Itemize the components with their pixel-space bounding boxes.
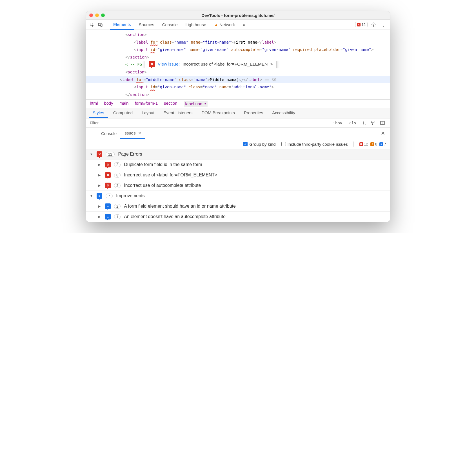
issue-title: An element doesn't have an autocomplete … xyxy=(124,214,226,219)
info-speech-icon: ≡ xyxy=(105,203,111,209)
third-party-checkbox[interactable]: Include third-party cookie issues xyxy=(281,142,348,147)
issue-count-pill: 2 xyxy=(114,183,121,188)
dom-line[interactable]: </section> xyxy=(97,91,387,98)
error-speech-icon: ✕ xyxy=(97,151,102,157)
svg-point-3 xyxy=(373,24,374,26)
subtab-properties[interactable]: Properties xyxy=(240,108,267,118)
paint-icon[interactable] xyxy=(368,120,378,126)
toggle-sidebar-icon[interactable] xyxy=(378,120,387,126)
issue-count-pill: 1 xyxy=(114,214,121,219)
crumb-selected[interactable]: label.name xyxy=(184,101,208,107)
issue-count-pill: 12 xyxy=(106,152,115,157)
third-party-label: Include third-party cookie issues xyxy=(288,142,348,147)
issue-group-header[interactable]: ▼ ✕ 12 Page Errors xyxy=(86,149,390,159)
new-style-rule-icon[interactable] xyxy=(359,120,368,126)
issue-title: Incorrect use of <label for=FORM_ELEMENT… xyxy=(124,172,217,178)
tab-lighthouse[interactable]: Lighthouse xyxy=(182,20,210,29)
dom-line[interactable]: <label for class="name" name="first-name… xyxy=(97,39,387,46)
drawer-tabs: ⋮ Console Issues ✕ ✕ xyxy=(86,128,390,139)
error-speech-icon: ✕ xyxy=(105,172,111,178)
crumb[interactable]: main xyxy=(119,101,129,107)
crumb[interactable]: body xyxy=(104,101,113,107)
cls-button[interactable]: .cls xyxy=(344,120,359,126)
error-count-badge[interactable]: ✕12 xyxy=(355,22,368,27)
tab-network-label: Network xyxy=(219,22,235,27)
hov-button[interactable]: :hov xyxy=(331,120,345,126)
subtab-computed[interactable]: Computed xyxy=(109,108,137,118)
errors-count[interactable]: ✕12 xyxy=(359,142,368,146)
chevron-down-icon: ▼ xyxy=(90,194,93,198)
close-tab-icon[interactable]: ✕ xyxy=(138,131,141,135)
warnings-count-label: 0 xyxy=(375,142,377,146)
dom-line[interactable]: <input id="given-name" name="given-name"… xyxy=(97,46,387,53)
subtab-layout[interactable]: Layout xyxy=(138,108,158,118)
device-toolbar-icon[interactable] xyxy=(97,22,104,27)
issues-list: ▼ ✕ 12 Page Errors ▶ ✕ 2 Duplicate form … xyxy=(86,149,390,222)
tab-console[interactable]: Console xyxy=(159,20,181,29)
tab-network[interactable]: ▲ Network xyxy=(211,20,238,29)
chevron-right-icon: ▶ xyxy=(98,184,102,187)
issue-group-title: Page Errors xyxy=(118,152,142,157)
issue-title: Incorrect use of autocomplete attribute xyxy=(124,183,201,188)
issue-group-errors: ▼ ✕ 12 Page Errors ▶ ✕ 2 Duplicate form … xyxy=(86,149,390,191)
issue-row[interactable]: ▶ ✕ 2 Incorrect use of autocomplete attr… xyxy=(86,180,390,190)
devtools-window: DevTools - form-problems.glitch.me/ Elem… xyxy=(86,11,390,222)
issue-row[interactable]: ▶ ≡ 2 A form field element should have a… xyxy=(86,201,390,211)
drawer-tab-issues-label: Issues xyxy=(123,131,135,135)
issue-count-pill: 7 xyxy=(106,194,113,198)
kebab-menu-icon[interactable]: ⋮ xyxy=(379,22,388,28)
group-by-kind-checkbox[interactable]: ✓Group by kind xyxy=(243,142,275,147)
issue-group-improvements: ▼ ≡ 7 Improvements ▶ ≡ 2 A form field el… xyxy=(86,191,390,222)
crumb[interactable]: form#form-1 xyxy=(135,101,158,107)
dom-line[interactable]: </section> xyxy=(97,53,387,61)
error-speech-icon: ✕ xyxy=(149,61,155,67)
issue-group-title: Improvements xyxy=(116,193,144,198)
styles-filter-input[interactable] xyxy=(89,120,331,126)
dom-line[interactable]: ▼<section> xyxy=(97,31,387,39)
subtab-dom-breakpoints[interactable]: DOM Breakpoints xyxy=(198,108,239,118)
dom-tree[interactable]: ▼<section> <label for class="name" name=… xyxy=(86,30,390,99)
settings-icon[interactable] xyxy=(369,22,378,28)
drawer-tab-issues[interactable]: Issues ✕ xyxy=(120,128,145,139)
issue-count-pill: 2 xyxy=(114,162,121,167)
titlebar: DevTools - form-problems.glitch.me/ xyxy=(86,11,390,20)
issue-count-pill: 2 xyxy=(114,204,121,209)
issue-count-pill: 8 xyxy=(114,173,121,178)
tab-sources[interactable]: Sources xyxy=(135,20,158,29)
inspect-icon[interactable] xyxy=(88,22,95,27)
issue-group-header[interactable]: ▼ ≡ 7 Improvements xyxy=(86,191,390,201)
error-speech-icon: ✕ xyxy=(105,162,111,167)
info-count[interactable]: ≡7 xyxy=(379,142,386,146)
issue-title: Duplicate form field id in the same form xyxy=(124,162,202,167)
styles-filter-bar: :hov .cls xyxy=(86,118,390,128)
info-speech-icon: ≡ xyxy=(97,193,102,199)
crumb[interactable]: section xyxy=(164,101,177,107)
warnings-count[interactable]: !0 xyxy=(370,142,377,146)
tab-elements[interactable]: Elements xyxy=(110,20,134,30)
error-count-label: 12 xyxy=(362,23,366,27)
subtab-accessibility[interactable]: Accessibility xyxy=(268,108,299,118)
more-tabs-button[interactable]: » xyxy=(239,20,248,29)
svg-rect-5 xyxy=(381,121,384,125)
close-drawer-icon[interactable]: ✕ xyxy=(378,130,388,136)
issue-row[interactable]: ▶ ≡ 1 An element doesn't have an autocom… xyxy=(86,211,390,222)
drawer-kebab-icon[interactable]: ⋮ xyxy=(88,130,98,136)
dom-line-selected[interactable]: ⋯<label for="middle-name" class="name">M… xyxy=(86,76,390,84)
tooltip-text: Incorrect use of <label for=FORM_ELEMENT… xyxy=(183,61,273,68)
dom-line[interactable]: ▼<section> xyxy=(97,68,387,76)
view-issue-link[interactable]: View issue: xyxy=(158,61,180,68)
styles-tabs: Styles Computed Layout Event Listeners D… xyxy=(86,108,390,118)
issue-count-badges: ✕12 !0 ≡7 xyxy=(359,142,386,146)
drawer-tab-console[interactable]: Console xyxy=(98,128,120,139)
issue-row[interactable]: ▶ ✕ 8 Incorrect use of <label for=FORM_E… xyxy=(86,170,390,180)
crumb[interactable]: html xyxy=(90,101,98,107)
subtab-styles[interactable]: Styles xyxy=(89,108,108,118)
chevron-right-icon: ▶ xyxy=(98,173,102,177)
error-speech-icon: ✕ xyxy=(105,183,111,188)
dom-line[interactable]: <!-- Fo ✕ View issue: Incorrect use of <… xyxy=(97,61,387,68)
issue-tooltip: ✕ View issue: Incorrect use of <label fo… xyxy=(145,61,277,68)
issue-row[interactable]: ▶ ✕ 2 Duplicate form field id in the sam… xyxy=(86,159,390,170)
chevron-right-icon: ▶ xyxy=(98,163,102,167)
subtab-event-listeners[interactable]: Event Listeners xyxy=(159,108,196,118)
dom-line[interactable]: <input id="given-name" class="name" name… xyxy=(97,83,387,91)
